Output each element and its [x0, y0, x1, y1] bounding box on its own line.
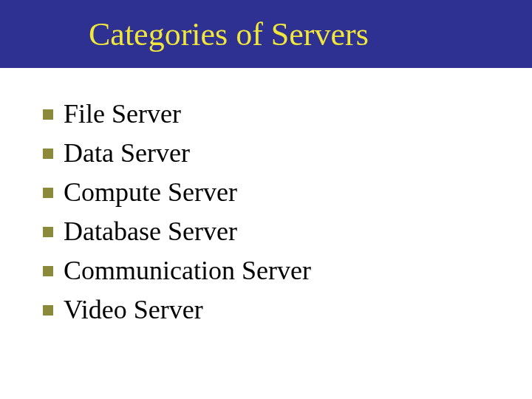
list-item: Communication Server [43, 254, 532, 287]
square-bullet-icon [43, 188, 53, 198]
slide: Categories of Servers File Server Data S… [0, 0, 532, 399]
item-label: File Server [64, 98, 181, 131]
list-item: Video Server [43, 293, 532, 327]
square-bullet-icon [43, 266, 53, 276]
list-item: Data Server [43, 137, 532, 170]
list-item: Database Server [43, 215, 532, 248]
square-bullet-icon [43, 227, 53, 237]
title-bar: Categories of Servers [0, 0, 532, 68]
item-label: Compute Server [64, 176, 237, 209]
slide-body: File Server Data Server Compute Server D… [0, 68, 532, 327]
item-label: Data Server [64, 137, 190, 170]
square-bullet-icon [43, 305, 53, 316]
item-label: Video Server [64, 293, 203, 327]
square-bullet-icon [43, 109, 53, 120]
square-bullet-icon [43, 149, 53, 159]
list-item: Compute Server [43, 176, 532, 209]
item-label: Database Server [64, 215, 237, 248]
item-label: Communication Server [64, 254, 311, 287]
list-item: File Server [43, 98, 532, 131]
slide-title: Categories of Servers [89, 16, 369, 53]
